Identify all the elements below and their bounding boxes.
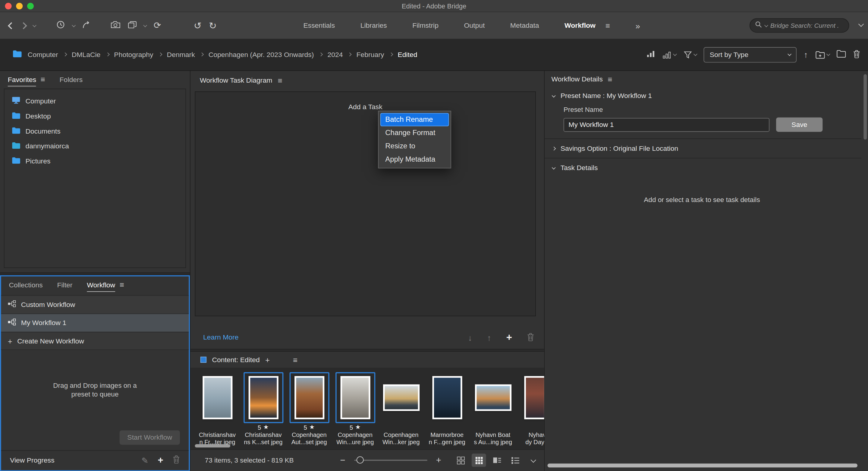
rating-filter-icon[interactable]	[647, 50, 655, 59]
thumbnail-item-selected[interactable]: 5★ Christianshav ns K...set jpeg	[241, 372, 286, 449]
history-icon[interactable]	[56, 21, 65, 30]
more-workspaces-icon[interactable]: »	[636, 22, 640, 30]
view-options-chevron-icon[interactable]	[531, 457, 536, 462]
redo-icon[interactable]: ↻	[209, 21, 217, 30]
breadcrumb-item-current[interactable]: Edited	[398, 51, 417, 59]
filter-funnel-icon[interactable]	[683, 51, 696, 59]
breadcrumb-item[interactable]: February	[356, 51, 384, 59]
workflow-preset-my-workflow-1[interactable]: My Workflow 1	[1, 314, 189, 332]
tab-collections[interactable]: Collections	[9, 278, 42, 291]
minimize-window-button[interactable]	[16, 3, 23, 9]
zoom-in-icon[interactable]: +	[436, 456, 441, 465]
presets-panel-menu-icon[interactable]: ≡	[120, 281, 124, 289]
menu-item-resize-to[interactable]: Resize to	[380, 140, 449, 153]
add-workflow-icon[interactable]: +	[158, 455, 163, 466]
savings-option-section-header[interactable]: Savings Option : Original File Location	[545, 139, 868, 158]
favorites-item-home[interactable]: dannymaiorca	[4, 139, 186, 153]
content-horizontal-scrollbar[interactable]	[195, 444, 230, 447]
forward-icon[interactable]	[20, 22, 27, 29]
menu-item-apply-metadata[interactable]: Apply Metadata	[380, 153, 449, 166]
sort-dropdown[interactable]: Sort by Type	[704, 47, 797, 62]
workspace-menu-icon[interactable]: ≡	[606, 22, 610, 30]
camera-import-icon[interactable]	[111, 21, 121, 30]
open-in-new-window-icon[interactable]	[815, 51, 830, 59]
task-diagram-canvas[interactable]: Add a Task Batch Rename Change Format Re…	[195, 91, 536, 316]
slider-knob[interactable]	[356, 456, 364, 464]
recent-files-chevron-icon[interactable]	[144, 23, 147, 27]
panel-splitter[interactable]	[0, 273, 190, 275]
breadcrumb-item[interactable]: DMLaCie	[72, 51, 101, 59]
view-progress-link[interactable]: View Progress	[10, 456, 55, 464]
details-vertical-scrollbar[interactable]	[864, 74, 867, 140]
workflow-preset-custom[interactable]: Custom Workflow	[1, 295, 189, 314]
details-view-icon[interactable]	[490, 453, 504, 467]
search-scope-chevron-icon[interactable]	[765, 23, 768, 27]
preset-name-input[interactable]	[564, 118, 770, 131]
tab-filmstrip[interactable]: Filmstrip	[412, 22, 438, 30]
recent-files-icon[interactable]	[128, 21, 136, 30]
panel-splitter[interactable]	[190, 349, 544, 352]
favorites-item-desktop[interactable]: Desktop	[4, 109, 186, 124]
preset-name-section-header[interactable]: Preset Name : My Workflow 1	[545, 87, 868, 104]
breadcrumb-item[interactable]: Copenhagen (Apr. 2023 Onwards)	[209, 51, 314, 59]
edit-pencil-icon[interactable]: ✎	[141, 456, 148, 465]
thumbnail-item-selected[interactable]: 5★ Copenhagen Aut...set jpeg	[287, 372, 332, 449]
bridge-search-box[interactable]	[749, 19, 849, 33]
history-chevron-icon[interactable]	[72, 23, 75, 27]
zoom-window-button[interactable]	[27, 3, 34, 9]
nav-history-chevron-icon[interactable]	[33, 23, 36, 27]
thumbnail-item[interactable]: Christianshav n Fr...ter jpeg	[195, 372, 240, 449]
thumbnail-item[interactable]: Nyhavn Boat s Au...ing jpeg	[470, 372, 516, 449]
learn-more-link[interactable]: Learn More	[203, 333, 239, 341]
sort-ascending-icon[interactable]: ↑	[804, 50, 808, 59]
details-panel-menu-icon[interactable]: ≡	[608, 76, 612, 83]
delete-task-trash-icon[interactable]	[527, 332, 534, 343]
tab-filter[interactable]: Filter	[57, 278, 72, 291]
tab-folders[interactable]: Folders	[60, 73, 83, 86]
save-button[interactable]: Save	[776, 117, 823, 132]
refresh-icon[interactable]: ⟳	[154, 21, 161, 30]
menu-item-change-format[interactable]: Change Format	[380, 126, 449, 140]
add-task-icon[interactable]: +	[506, 332, 512, 344]
thumbnail-item-selected[interactable]: 5★ Copenhagen Win...ure jpeg	[333, 372, 378, 449]
list-view-icon[interactable]	[508, 453, 523, 467]
new-folder-icon[interactable]	[836, 50, 846, 59]
favorites-panel-menu-icon[interactable]: ≡	[41, 76, 45, 83]
favorites-item-pictures[interactable]: Pictures	[4, 153, 186, 169]
move-task-down-icon[interactable]: ↓	[468, 333, 472, 342]
back-icon[interactable]	[8, 22, 15, 29]
delete-workflow-trash-icon[interactable]	[173, 455, 180, 465]
thumbnail-item[interactable]: Copenhagen Win...ker jpeg	[378, 372, 424, 449]
move-task-up-icon[interactable]: ↑	[487, 333, 491, 342]
favorites-item-documents[interactable]: Documents	[4, 124, 186, 139]
create-new-workflow-button[interactable]: + Create New Workflow	[1, 332, 189, 350]
search-input[interactable]	[770, 22, 844, 29]
favorites-item-computer[interactable]: Computer	[4, 93, 186, 109]
grid-view-icon[interactable]	[453, 453, 468, 467]
return-boomerang-icon[interactable]	[82, 21, 91, 30]
breadcrumb-item[interactable]: Photography	[114, 51, 153, 59]
toolbar-overflow-chevron-icon[interactable]	[858, 22, 864, 27]
thumbnail-item[interactable]: Marmorbroe n F...gen jpeg	[425, 372, 470, 449]
breadcrumb-item[interactable]: Denmark	[167, 51, 195, 59]
tab-libraries[interactable]: Libraries	[361, 22, 387, 30]
content-panel-menu-icon[interactable]: ≡	[293, 356, 298, 364]
rating-display-icon[interactable]	[663, 51, 676, 59]
tab-workflow-panel[interactable]: Workflow	[87, 278, 115, 292]
tab-essentials[interactable]: Essentials	[304, 22, 335, 30]
thumbnail-item[interactable]: Nyhavn dy Day i...	[517, 372, 544, 449]
thumbnail-size-slider[interactable]	[354, 460, 427, 461]
menu-item-batch-rename[interactable]: Batch Rename	[380, 113, 449, 126]
diagram-panel-menu-icon[interactable]: ≡	[278, 76, 282, 84]
start-workflow-button[interactable]: Start Workflow	[120, 430, 180, 444]
thumbnail-view-icon[interactable]	[472, 453, 486, 467]
task-details-section-header[interactable]: Task Details	[545, 158, 868, 177]
breadcrumb-item[interactable]: Computer	[28, 51, 58, 59]
tab-metadata[interactable]: Metadata	[510, 22, 539, 30]
details-horizontal-scrollbar[interactable]	[548, 463, 858, 467]
undo-icon[interactable]: ↺	[194, 21, 202, 30]
close-window-button[interactable]	[5, 3, 12, 9]
zoom-out-icon[interactable]: −	[340, 456, 345, 465]
tab-favorites[interactable]: Favorites	[8, 72, 36, 86]
breadcrumb-item[interactable]: 2024	[327, 51, 343, 59]
